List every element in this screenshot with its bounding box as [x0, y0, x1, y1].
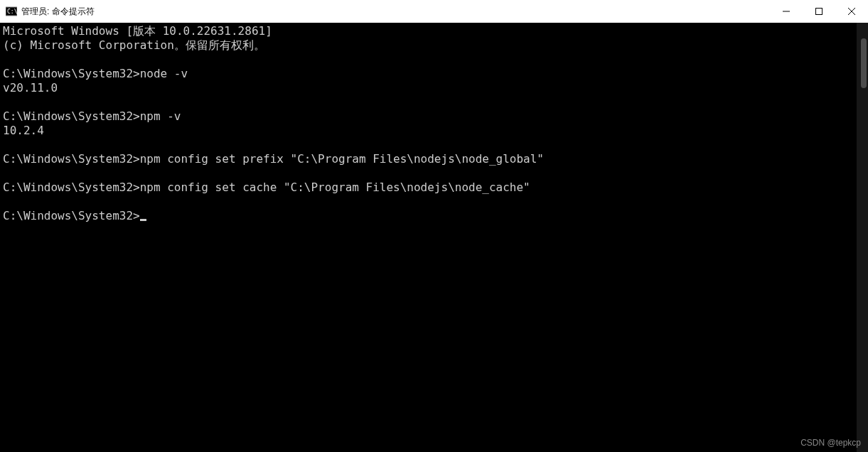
scrollbar-thumb[interactable] — [861, 38, 867, 88]
terminal-line — [3, 195, 865, 209]
terminal-prompt: C:\Windows\System32> — [3, 209, 140, 222]
cmd-icon: C:\ — [6, 6, 17, 17]
terminal-area[interactable]: Microsoft Windows [版本 10.0.22631.2861](c… — [0, 23, 868, 452]
terminal-prompt-line[interactable]: C:\Windows\System32> — [3, 209, 865, 223]
svg-rect-3 — [816, 9, 823, 15]
terminal-line — [3, 53, 865, 67]
terminal-content[interactable]: Microsoft Windows [版本 10.0.22631.2861](c… — [0, 23, 868, 225]
terminal-line: C:\Windows\System32>node -v — [3, 67, 865, 81]
terminal-line — [3, 166, 865, 181]
terminal-line — [3, 138, 865, 152]
maximize-button[interactable] — [803, 0, 835, 23]
scrollbar-track[interactable] — [857, 23, 868, 452]
terminal-line: 10.2.4 — [3, 124, 865, 138]
window-title: 管理员: 命令提示符 — [21, 6, 95, 18]
terminal-line: C:\Windows\System32>npm -v — [3, 109, 865, 124]
terminal-line: C:\Windows\System32>npm config set cache… — [3, 181, 865, 195]
titlebar-left: C:\ 管理员: 命令提示符 — [6, 6, 95, 18]
terminal-cursor — [140, 219, 146, 221]
terminal-line: C:\Windows\System32>npm config set prefi… — [3, 152, 865, 166]
window-controls — [770, 0, 868, 23]
terminal-line: (c) Microsoft Corporation。保留所有权利。 — [3, 38, 865, 53]
svg-text:C:\: C:\ — [7, 9, 17, 15]
terminal-line: Microsoft Windows [版本 10.0.22631.2861] — [3, 24, 865, 38]
terminal-line — [3, 95, 865, 109]
minimize-button[interactable] — [770, 0, 803, 23]
close-button[interactable] — [835, 0, 868, 23]
titlebar[interactable]: C:\ 管理员: 命令提示符 — [0, 0, 868, 23]
watermark: CSDN @tepkcp — [800, 438, 861, 448]
terminal-line: v20.11.0 — [3, 81, 865, 95]
command-prompt-window: C:\ 管理员: 命令提示符 Microsoft Windows [版本 10.… — [0, 0, 868, 452]
